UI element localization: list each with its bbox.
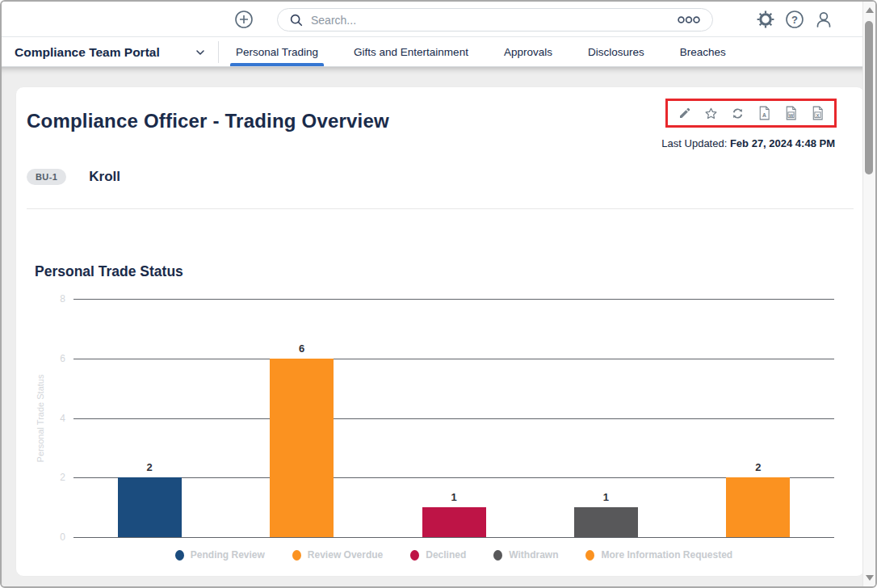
portal-tabs: Personal Trading Gifts and Entertainment… <box>218 38 732 66</box>
help-button[interactable]: ? <box>785 10 804 29</box>
bar-value-label: 2 <box>755 461 761 473</box>
y-tick-label: 6 <box>60 353 65 364</box>
bar-withdrawn[interactable] <box>574 507 638 537</box>
legend-item-pending-review[interactable]: Pending Review <box>175 549 265 561</box>
tab-breaches[interactable]: Breaches <box>674 38 732 66</box>
page-title: Compliance Officer - Trading Overview <box>27 110 389 132</box>
settings-button[interactable] <box>756 10 775 29</box>
question-circle-icon: ? <box>785 10 804 29</box>
refresh-button[interactable] <box>729 104 747 122</box>
favorite-button[interactable] <box>703 104 720 122</box>
chart-plot-area: 0246826112 <box>73 299 834 537</box>
report-toolbar-highlight: A W X <box>665 99 837 128</box>
chart-y-axis-label: Personal Trade Status <box>34 299 47 537</box>
user-profile-button[interactable] <box>814 10 833 29</box>
chevron-down-icon <box>194 46 207 59</box>
gear-icon <box>756 10 775 29</box>
search-input[interactable] <box>311 14 677 27</box>
last-updated: Last Updated: Feb 27, 2024 4:48 PM <box>661 137 835 149</box>
more-options-icon[interactable] <box>677 15 701 24</box>
bar-declined[interactable] <box>422 507 486 537</box>
excel-file-icon: X <box>812 106 824 120</box>
bar-value-label: 1 <box>451 491 456 503</box>
dashboard-background: Compliance Officer - Trading Overview <box>2 67 866 588</box>
svg-text:?: ? <box>791 14 798 26</box>
dashboard-card: Compliance Officer - Trading Overview <box>15 86 865 577</box>
legend-label: Withdrawn <box>509 549 558 561</box>
star-icon <box>704 107 718 120</box>
business-unit-badge: BU-1 <box>27 169 66 185</box>
gridline <box>73 477 834 478</box>
portal-selector[interactable]: Compliance Team Portal <box>2 38 218 66</box>
chart-title: Personal Trade Status <box>35 263 183 280</box>
legend-swatch <box>410 550 419 561</box>
gridline <box>73 418 834 419</box>
scroll-up-arrow[interactable] <box>866 7 874 13</box>
gridline <box>73 299 834 300</box>
legend-swatch <box>175 550 184 561</box>
gridline <box>73 537 834 538</box>
portal-nav-bar: Compliance Team Portal Personal Trading … <box>2 38 875 67</box>
entity-name: Kroll <box>89 169 120 185</box>
legend-label: More Information Requested <box>601 549 732 561</box>
tab-gifts-and-entertainment[interactable]: Gifts and Entertainment <box>348 38 474 66</box>
y-tick-label: 2 <box>60 472 65 483</box>
add-button[interactable] <box>234 10 254 29</box>
svg-text:A: A <box>762 112 766 118</box>
top-bar: ? <box>2 2 875 37</box>
section-divider <box>27 208 854 209</box>
portal-title: Compliance Team Portal <box>15 45 194 60</box>
legend-label: Pending Review <box>191 549 265 561</box>
legend-label: Review Overdue <box>308 549 383 561</box>
app-window: ? Compliance Team Portal Personal Tradin… <box>0 0 877 588</box>
export-pdf-button[interactable]: A <box>756 104 774 122</box>
legend-swatch <box>585 550 594 561</box>
bar-value-label: 2 <box>147 461 153 473</box>
legend-label: Declined <box>426 549 466 561</box>
bar-value-label: 1 <box>603 491 609 503</box>
refresh-icon <box>731 107 745 120</box>
last-updated-label: Last Updated: <box>661 137 727 149</box>
export-word-button[interactable]: W <box>783 104 800 122</box>
word-file-icon: W <box>785 106 797 120</box>
pencil-icon <box>678 107 691 120</box>
last-updated-value: Feb 27, 2024 4:48 PM <box>730 137 835 149</box>
scroll-down-arrow[interactable] <box>866 575 874 581</box>
bar-pending-review[interactable] <box>118 477 182 537</box>
legend-swatch <box>292 550 301 561</box>
bar-value-label: 6 <box>299 342 304 355</box>
tab-personal-trading[interactable]: Personal Trading <box>230 38 324 66</box>
bar-review-overdue[interactable] <box>270 359 334 537</box>
legend-item-withdrawn[interactable]: Withdrawn <box>493 549 558 561</box>
legend-item-review-overdue[interactable]: Review Overdue <box>292 549 383 561</box>
y-tick-label: 0 <box>60 531 65 543</box>
chart-legend: Pending ReviewReview OverdueDeclinedWith… <box>73 549 834 561</box>
export-excel-button[interactable]: X <box>809 104 827 122</box>
legend-item-more-information-requested[interactable]: More Information Requested <box>585 549 732 561</box>
bar-more-information-requested[interactable] <box>726 477 790 537</box>
legend-swatch <box>493 550 502 561</box>
svg-text:X: X <box>816 113 819 118</box>
plus-circle-icon <box>234 10 254 29</box>
svg-text:W: W <box>789 113 794 118</box>
y-tick-label: 4 <box>60 413 65 424</box>
pdf-file-icon: A <box>758 106 770 120</box>
scrollbar-thumb[interactable] <box>865 21 873 174</box>
gridline <box>73 359 834 359</box>
edit-button[interactable] <box>676 104 694 122</box>
tab-disclosures[interactable]: Disclosures <box>582 38 650 66</box>
entity-row: BU-1 Kroll <box>27 169 120 185</box>
vertical-scrollbar[interactable] <box>862 2 875 586</box>
y-tick-label: 8 <box>60 293 65 304</box>
search-icon <box>289 13 304 27</box>
user-icon <box>814 10 833 29</box>
search-bar[interactable] <box>277 8 713 32</box>
legend-item-declined[interactable]: Declined <box>410 549 466 561</box>
tab-approvals[interactable]: Approvals <box>498 38 558 66</box>
